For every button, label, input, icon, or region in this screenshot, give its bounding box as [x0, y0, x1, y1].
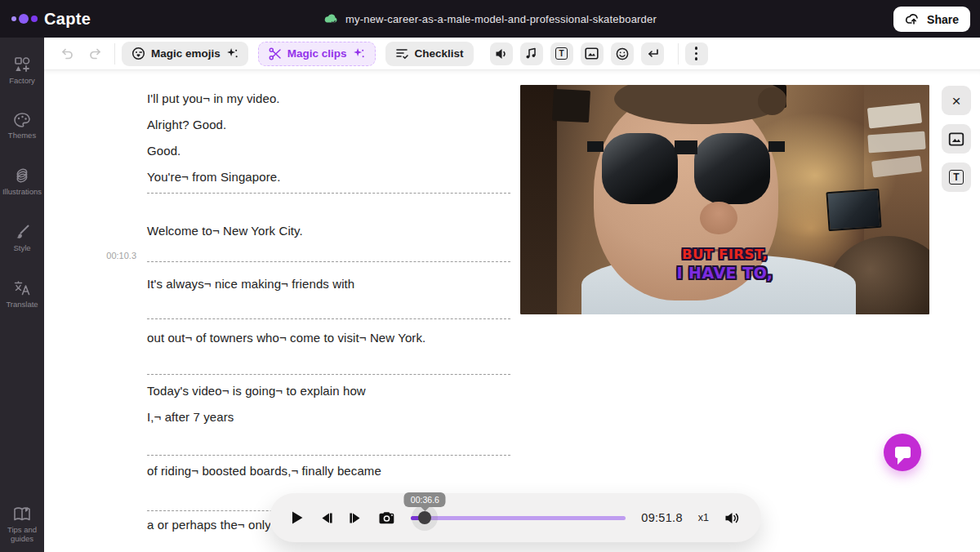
redo-button[interactable] [83, 42, 108, 66]
camera-icon [378, 511, 395, 525]
project-title[interactable]: my-new-career-as-a-male-model-and-profes… [323, 0, 657, 38]
more-options-button[interactable] [685, 42, 708, 65]
player-bar: 00:36.6 09:51.8 x1 [270, 493, 761, 542]
seek-slider[interactable]: 00:36.6 [411, 510, 626, 526]
capte-logo-text: Capte [44, 10, 91, 29]
sidebar-label-themes: Themes [8, 131, 36, 140]
emoji-face-icon [131, 47, 145, 60]
text-overlay-button[interactable]: T [942, 162, 971, 192]
transcript-divider [147, 455, 510, 456]
sidebar-label-factory: Factory [9, 77, 35, 86]
image-element-button[interactable] [581, 42, 604, 65]
transcript-block: I'll put you¬ in my video.Alright? Good.… [147, 73, 510, 193]
kebab-menu-icon [695, 47, 698, 60]
cloud-saved-icon [323, 13, 338, 24]
capte-editor-app: Capte my-new-career-as-a-male-model-and-… [0, 0, 980, 552]
editor-toolbar: Magic emojis Magic clips Checkl [44, 38, 980, 70]
share-label: Share [927, 13, 959, 26]
transcript-line[interactable]: Welcome to¬ New York City. [147, 217, 510, 243]
image-icon [585, 47, 599, 60]
capte-logo-icon [11, 14, 38, 24]
share-button[interactable]: Share [893, 7, 970, 32]
playback-speed-button[interactable]: x1 [698, 512, 709, 523]
transcript-line[interactable]: Today's video¬ is going¬ to explain how [147, 377, 510, 403]
capte-logo[interactable]: Capte [0, 10, 91, 29]
magic-clips-label: Magic clips [287, 47, 347, 60]
close-preview-button[interactable]: × [942, 86, 971, 115]
toolbar-divider [114, 43, 115, 65]
caption-line-2: I HAVE TO, [618, 264, 831, 283]
checklist-icon [395, 47, 409, 60]
seek-handle[interactable]: 00:36.6 [418, 511, 431, 524]
play-button[interactable] [291, 510, 304, 525]
duration-label: 09:51.8 [641, 511, 682, 524]
sidebar-item-style[interactable]: Style [0, 223, 44, 253]
palette-icon [13, 112, 31, 128]
transcript-line[interactable]: of riding¬ boosted boards,¬ finally beca… [147, 457, 510, 483]
transcript-divider: 00:10.3 [147, 261, 510, 262]
transcript-line[interactable]: You're¬ from Singapore. [147, 163, 510, 189]
text-box-icon: T [555, 47, 568, 60]
return-arrow-icon [646, 48, 659, 59]
scissors-icon [269, 47, 282, 60]
left-sidebar: Factory Themes Illustrations Style [0, 38, 44, 552]
top-bar: Capte my-new-career-as-a-male-model-and-… [0, 0, 980, 38]
support-chat-button[interactable] [884, 434, 921, 471]
transcript-line[interactable]: Alright? Good. [147, 111, 510, 137]
speaker-icon [495, 48, 508, 60]
undo-button[interactable] [54, 42, 78, 66]
video-preview[interactable]: BUT FIRST, I HAVE TO, [520, 85, 929, 314]
transcript-line[interactable]: Good. [147, 137, 510, 163]
line-break-button[interactable] [641, 42, 664, 65]
screenshot-button[interactable] [378, 511, 395, 525]
transcript-line[interactable]: I'll put you¬ in my video. [147, 85, 510, 111]
cloud-share-icon [905, 13, 920, 25]
magic-clips-button[interactable]: Magic clips [258, 42, 376, 66]
sparkles-icon [226, 47, 238, 60]
transcript-line[interactable]: I,¬ after 7 years [147, 403, 510, 430]
previous-frame-button[interactable] [319, 512, 333, 524]
sidebar-label-tips: Tips and guides [0, 526, 44, 544]
translate-icon [13, 279, 31, 297]
preview-tool-buttons: × T [942, 86, 971, 192]
checklist-button[interactable]: Checklist [385, 42, 474, 66]
transcript-block: Welcome to¬ New York City. [147, 194, 510, 261]
factory-shapes-icon [13, 56, 31, 73]
step-forward-icon [349, 512, 363, 524]
illustrations-icon [13, 167, 31, 185]
sidebar-item-translate[interactable]: Translate [0, 279, 44, 309]
sparkles-icon [353, 47, 365, 60]
seek-track[interactable] [411, 516, 626, 520]
transcript-block: Today's video¬ is going¬ to explain howI… [147, 375, 510, 455]
transcript-block: It's always¬ nice making¬ friends with [147, 262, 510, 318]
text-element-button[interactable]: T [550, 42, 573, 65]
music-button[interactable] [520, 42, 543, 65]
emoji-element-button[interactable] [611, 42, 634, 65]
transcript-editor: I'll put you¬ in my video.Alright? Good.… [147, 70, 510, 537]
transcript-divider [147, 193, 510, 194]
next-frame-button[interactable] [349, 512, 363, 524]
transcript-line[interactable]: out out¬ of towners who¬ come to visit¬ … [147, 324, 510, 350]
video-caption-overlay[interactable]: BUT FIRST, I HAVE TO, [618, 247, 831, 283]
sidebar-item-factory[interactable]: Factory [0, 56, 44, 86]
image-overlay-button[interactable] [942, 124, 971, 154]
current-time-tooltip: 00:36.6 [404, 492, 446, 507]
sidebar-item-themes[interactable]: Themes [0, 112, 44, 140]
magic-emojis-label: Magic emojis [151, 47, 220, 60]
play-icon [291, 510, 304, 525]
sidebar-item-tips-and-guides[interactable]: Tips and guides [0, 506, 44, 544]
text-box-icon: T [949, 170, 964, 185]
volume-button[interactable] [724, 511, 740, 525]
transcript-divider [147, 374, 510, 375]
checklist-label: Checklist [415, 47, 464, 60]
sidebar-label-illustrations: Illustrations [2, 188, 42, 197]
redo-icon [89, 47, 103, 60]
magic-emojis-button[interactable]: Magic emojis [122, 42, 248, 66]
close-icon: × [951, 93, 960, 109]
chat-bubble-icon [895, 447, 911, 458]
audio-settings-button[interactable] [490, 42, 513, 65]
transcript-line[interactable]: It's always¬ nice making¬ friends with [147, 270, 510, 296]
toolbar-divider [678, 43, 679, 65]
sidebar-item-illustrations[interactable]: Illustrations [0, 167, 44, 197]
sunglasses [602, 133, 769, 204]
